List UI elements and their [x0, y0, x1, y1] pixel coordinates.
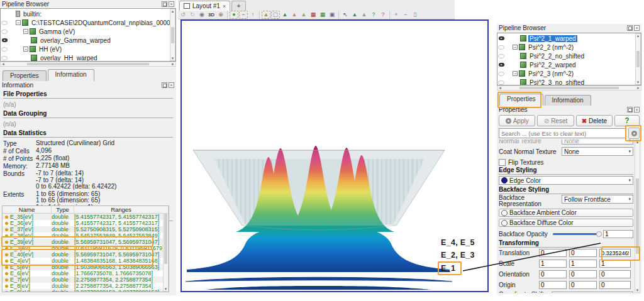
backface-representation-select[interactable]: Follow Frontface▾	[562, 195, 633, 204]
pipeline-item[interactable]: −HH (eV)	[1, 45, 170, 53]
collapse-expander-icon[interactable]: −	[23, 29, 28, 34]
tree-horizontal-scrollbar[interactable]: ◄►	[0, 62, 176, 67]
delete-button[interactable]: ✖Delete	[576, 115, 613, 126]
pipeline-item[interactable]: overlay_Gamma_warped	[1, 36, 170, 45]
pipeline-item[interactable]: −Psi^2_3 (nm^-2)	[497, 69, 635, 78]
column-header-type[interactable]: Type	[52, 206, 74, 213]
trash-icon[interactable]: ▯	[411, 11, 419, 19]
origin-y-input[interactable]	[569, 281, 597, 289]
undock-icon[interactable]	[162, 82, 167, 88]
visibility-off-eye-icon[interactable]	[1, 56, 8, 60]
origin-z-input[interactable]	[599, 281, 631, 289]
column-header-ranges[interactable]: Ranges	[74, 206, 169, 213]
table-row[interactable]: E_36[eV]double[5.41557742317, 5.41557742…	[3, 220, 169, 226]
collapse-expander-icon[interactable]: −	[16, 20, 21, 25]
close-icon[interactable]: ×	[634, 25, 640, 31]
orientation-z-input[interactable]	[599, 270, 631, 278]
visibility-on-eye-icon[interactable]	[497, 36, 505, 40]
visibility-off-eye-icon[interactable]	[497, 80, 505, 85]
settings-gear-button[interactable]	[628, 128, 640, 139]
zoom-to-data-icon[interactable]: ●	[230, 11, 238, 19]
pipeline-item[interactable]: Psi^2_2_warped	[497, 60, 635, 69]
table-row[interactable]: E_40[eV]double[5.56959731047, 5.56959731…	[3, 251, 169, 258]
query-cells-icon[interactable]: ?	[369, 11, 378, 19]
collapse-expander-icon[interactable]: −	[513, 71, 518, 76]
scale-y-input[interactable]	[569, 260, 597, 268]
select-frustum-points-icon[interactable]: ▦	[318, 11, 327, 19]
capture-screenshot-icon[interactable]: ◉	[197, 11, 206, 19]
zoom-closest-icon[interactable]: ↑	[248, 11, 257, 19]
add-view-icon[interactable]: +	[392, 11, 401, 19]
table-row[interactable]: E_6[eV]double[1.7666735078, 1.7666735078…	[3, 270, 169, 276]
coordinate-shift-select[interactable]: Always Auto Shift Scale▾	[552, 292, 633, 293]
help-button[interactable]: ?	[614, 115, 640, 126]
tree-vertical-scrollbar[interactable]: ▲▼	[635, 33, 641, 85]
orientation-y-input[interactable]	[569, 270, 597, 278]
translation-x-input[interactable]	[539, 249, 567, 257]
pipeline-item[interactable]: overlay_HH_warped	[1, 53, 170, 62]
tree-horizontal-scrollbar[interactable]: ◄►	[497, 85, 641, 90]
translation-z-input[interactable]	[599, 249, 631, 257]
table-row[interactable]: E_8[eV]double[2.2758877354, 2.2758877354…	[3, 283, 169, 289]
tab-information[interactable]: Information	[545, 95, 591, 106]
pick-point-icon[interactable]: ↖	[341, 11, 350, 19]
visibility-off-eye-icon[interactable]	[497, 45, 505, 50]
select-cells-icon[interactable]: ▲	[290, 11, 299, 19]
table-vertical-scrollbar[interactable]: ▼	[163, 213, 169, 292]
apply-button[interactable]: Apply	[499, 115, 535, 126]
toggle-3d-icon[interactable]: 3D	[207, 11, 216, 19]
backface-opacity-input[interactable]	[603, 230, 633, 238]
table-row[interactable]: E_35[eV]double[5.41557742317, 5.41557742…	[3, 214, 169, 220]
tab-information[interactable]: Information	[48, 69, 94, 81]
search-input[interactable]	[499, 128, 626, 138]
collapse-expander-icon[interactable]: −	[513, 45, 518, 50]
interactive-select-points-icon[interactable]: ▲	[360, 11, 369, 19]
table-row[interactable]: E_4[eV]double[1.48384835168, 1.483848351…	[3, 258, 169, 264]
reset-camera-icon[interactable]: ▢	[271, 11, 280, 19]
rubber-band-select-icon[interactable]: ▲	[280, 11, 289, 19]
visibility-off-eye-icon[interactable]	[497, 54, 505, 58]
close-icon[interactable]: ×	[169, 82, 174, 88]
table-row[interactable]: E_5[eV]double[1.50389066563, 1.503890665…	[3, 264, 169, 270]
render-view[interactable]: E_4, E_5 E_2, E_3 E_1	[180, 19, 489, 292]
table-row[interactable]: E_39[eV]double[5.56959731047, 5.56959731…	[3, 239, 169, 245]
pipeline-item[interactable]: Psi^2_3_no_shifted	[497, 78, 635, 85]
interactive-select-cells-icon[interactable]: ▲	[350, 11, 359, 19]
visibility-off-eye-icon[interactable]	[497, 72, 505, 76]
new-layout-tab-button[interactable]: +	[231, 1, 245, 11]
select-points-icon[interactable]: ▲	[299, 11, 308, 19]
coat-normal-texture-select[interactable]: None▾	[562, 147, 633, 156]
pipeline-item[interactable]: −Psi^2_2 (nm^-2)	[497, 43, 635, 52]
pipeline-item[interactable]: Psi^2_2_no_shifted	[497, 52, 635, 60]
reset-button[interactable]: ⊘Reset	[537, 115, 574, 126]
backface-ambient-color-button[interactable]: Backface Ambient Color	[499, 209, 633, 217]
undock-icon[interactable]	[627, 25, 633, 31]
visibility-off-eye-icon[interactable]	[1, 47, 8, 52]
origin-x-input[interactable]	[539, 281, 567, 289]
clear-zoom-icon[interactable]: −	[239, 11, 248, 19]
pipeline-item[interactable]: −C:\TESTCASE\2DQuantumCorral_nnp\bias_00…	[1, 18, 170, 27]
select-block-icon[interactable]: ▣	[328, 11, 336, 19]
pipeline-item[interactable]: builtin:	[1, 9, 170, 18]
undock-icon[interactable]	[627, 107, 633, 112]
orientation-x-input[interactable]	[539, 270, 567, 278]
edge-color-select[interactable]: Edge Color ▾	[499, 176, 633, 185]
normal-texture-select[interactable]: None▾	[562, 140, 633, 145]
visibility-off-eye-icon[interactable]	[1, 21, 8, 25]
close-icon[interactable]: ×	[634, 107, 640, 112]
pipeline-item[interactable]: −Gamma (eV)	[1, 27, 170, 36]
visibility-off-eye-icon[interactable]	[1, 30, 8, 34]
translation-y-input[interactable]	[569, 249, 597, 257]
table-row[interactable]: E_7[eV]double[2.2758877354, 2.2758877354…	[3, 276, 169, 283]
tree-vertical-scrollbar[interactable]: ▲▼	[170, 9, 175, 61]
scale-x-input[interactable]	[539, 260, 567, 268]
table-row[interactable]: E_3[eV]double[0.831195911679, 0.83119591…	[3, 245, 169, 251]
table-row[interactable]: E_38[eV]double[5.54527553849, 5.54527553…	[3, 233, 169, 239]
query-points-icon[interactable]: ?	[379, 11, 387, 19]
scale-z-input[interactable]	[599, 260, 631, 268]
pipeline-item[interactable]: Psi^2_1_warped	[497, 34, 635, 43]
remove-view-icon[interactable]: −	[401, 11, 410, 19]
collapse-expander-icon[interactable]: −	[23, 47, 28, 52]
tab-properties[interactable]: Properties	[499, 94, 543, 106]
table-row[interactable]: E_9[eV]double[2.82770080152, 2.827700801…	[3, 289, 169, 292]
